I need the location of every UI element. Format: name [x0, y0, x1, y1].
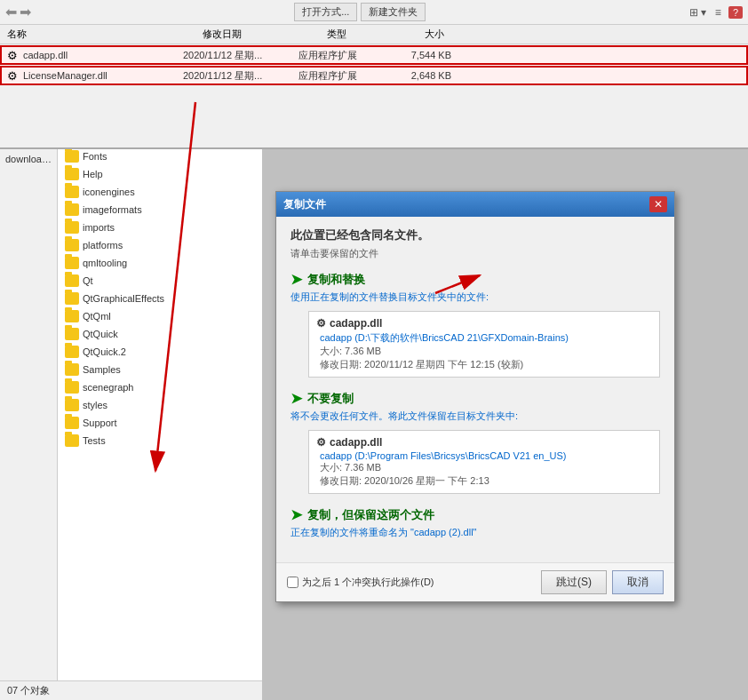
- top-strip: ⬅➡ 打开方式... 新建文件夹 ⊞ ▾ ≡ ? 名称 修改日期 类型 大小 ⚙…: [0, 0, 748, 149]
- folder-icon-qtqml: [65, 310, 79, 322]
- folder-icon-imageformats: [65, 203, 79, 216]
- folder-iconengines[interactable]: iconengines: [58, 183, 262, 201]
- file-type-cadapp: 应用程序扩展: [298, 49, 387, 62]
- folder-icon-platforms: [65, 239, 79, 251]
- section-replace-title: ➤ 复制和替换: [290, 271, 660, 288]
- folder-icon-styles: [65, 399, 79, 411]
- section-keep-both-desc: 正在复制的文件将重命名为 "cadapp (2).dll": [290, 526, 660, 539]
- green-arrow-icon-keep: ➤: [290, 506, 302, 523]
- folder-qtgraphicaleffects[interactable]: QtGraphicalEffects: [58, 290, 262, 307]
- replace-file-detail-1: 大小: 7.36 MB: [316, 345, 652, 358]
- apply-to-all-checkbox[interactable]: [287, 577, 298, 588]
- folder-name-qtqml: QtQml: [83, 311, 111, 322]
- folder-name-support: Support: [83, 418, 117, 428]
- col-type-header: 类型: [323, 28, 421, 41]
- folder-imageformats[interactable]: imageformats: [58, 201, 262, 219]
- dialog-subheading: 请单击要保留的文件: [290, 247, 660, 260]
- toolbar-nav-icons: ⬅➡: [5, 4, 31, 20]
- folder-qtqml[interactable]: QtQml: [58, 307, 262, 325]
- dialog-heading: 此位置已经包含同名文件。: [290, 227, 660, 243]
- dialog-titlebar: 复制文件 ✕: [276, 192, 674, 217]
- bg-file-list: 名称 API bearer Fonts Help iconengines: [58, 94, 262, 698]
- col-date-header: 修改日期: [199, 28, 323, 41]
- skip-file-box: ⚙ cadapp.dll cadapp (D:\Program Files\Br…: [308, 430, 660, 494]
- folder-icon-qmltooling: [65, 257, 79, 269]
- file-name-cadapp: cadapp.dll: [23, 50, 183, 60]
- folder-qtquick2[interactable]: QtQuick.2: [58, 343, 262, 361]
- dll-icon-license: ⚙: [5, 68, 20, 83]
- folder-name-iconengines: iconengines: [83, 187, 135, 197]
- file-type-license: 应用程序扩展: [298, 69, 387, 83]
- folder-name-scenegraph: scenegraph: [83, 382, 134, 393]
- col-size-header: 大小: [421, 28, 492, 41]
- folder-platforms[interactable]: platforms: [58, 236, 262, 254]
- folder-name-platforms: platforms: [83, 240, 123, 251]
- folder-fonts[interactable]: Fonts: [58, 147, 262, 165]
- new-folder-btn-top[interactable]: 新建文件夹: [361, 3, 426, 21]
- folder-imports[interactable]: imports: [58, 219, 262, 236]
- folder-icon-iconengines: [65, 186, 79, 198]
- help-icon[interactable]: ?: [728, 6, 743, 19]
- folder-icon-qtgraphicaleffects: [65, 292, 79, 305]
- details-icon[interactable]: ≡: [715, 6, 721, 19]
- folder-scenegraph[interactable]: scenegraph: [58, 378, 262, 396]
- section-keep-both-title: ➤ 复制，但保留这两个文件: [290, 506, 660, 523]
- section-skip[interactable]: ➤ 不要复制 将不会更改任何文件。将此文件保留在目标文件夹中: ⚙ cadapp…: [290, 390, 660, 494]
- folder-name-qtquick2: QtQuick.2: [83, 346, 126, 357]
- folder-name-styles: styles: [83, 400, 107, 410]
- folder-name-tests: Tests: [83, 435, 106, 446]
- folder-icon-qt: [65, 274, 79, 287]
- folder-icon-help: [65, 168, 79, 180]
- folder-qmltooling[interactable]: qmltooling: [58, 254, 262, 272]
- view-toggle[interactable]: ⊞ ▾: [689, 6, 706, 19]
- section-replace-desc: 使用正在复制的文件替换目标文件夹中的文件:: [290, 290, 660, 304]
- folder-styles[interactable]: styles: [58, 396, 262, 414]
- dialog-close-button[interactable]: ✕: [649, 196, 667, 212]
- cancel-button[interactable]: 取消: [612, 570, 664, 594]
- status-bar: 07 个对象: [0, 680, 262, 700]
- folder-name-imageformats: imageformats: [83, 204, 142, 215]
- folder-icon-imports: [65, 221, 79, 234]
- folder-tests[interactable]: Tests: [58, 432, 262, 449]
- replace-file-box: ⚙ cadapp.dll cadapp (D:\下载的软件\BricsCAD 2…: [308, 311, 660, 378]
- section-replace[interactable]: ➤ 复制和替换 使用正在复制的文件替换目标文件夹中的文件: ⚙ cadapp.d…: [290, 271, 660, 378]
- green-arrow-icon-replace: ➤: [290, 271, 302, 288]
- dialog-footer: 为之后 1 个冲突执行此操作(D) 跳过(S) 取消: [276, 562, 674, 601]
- dialog-title: 复制文件: [283, 197, 326, 212]
- skip-file-detail-1: 大小: 7.36 MB: [316, 461, 652, 474]
- folder-name-qtquick: QtQuick: [83, 329, 118, 339]
- bg-sidebar: 收藏夹 可的位置 Drive downloads: [0, 94, 58, 698]
- footer-buttons: 跳过(S) 取消: [541, 570, 664, 594]
- copy-dialog-overlay: 复制文件 ✕ 此位置已经包含同名文件。 请单击要保留的文件 ➤ 复制和替换 使用…: [275, 191, 675, 602]
- folder-qtquick[interactable]: QtQuick: [58, 325, 262, 343]
- file-date-license: 2020/11/12 星期...: [183, 69, 298, 83]
- folder-icon-support: [65, 417, 79, 429]
- folder-qt[interactable]: Qt: [58, 272, 262, 290]
- dialog-body: 此位置已经包含同名文件。 请单击要保留的文件 ➤ 复制和替换 使用正在复制的文件…: [276, 217, 674, 562]
- col-name-header: 名称: [4, 28, 199, 41]
- section-skip-desc: 将不会更改任何文件。将此文件保留在目标文件夹中:: [290, 410, 660, 423]
- section-skip-title: ➤ 不要复制: [290, 390, 660, 407]
- file-size-cadapp: 7,544 KB: [387, 50, 458, 60]
- section-keep-both[interactable]: ➤ 复制，但保留这两个文件 正在复制的文件将重命名为 "cadapp (2).d…: [290, 506, 660, 539]
- dll-icon-cadapp: ⚙: [5, 48, 20, 62]
- sidebar-item-downloads[interactable]: downloads: [0, 151, 57, 167]
- folder-samples[interactable]: Samples: [58, 361, 262, 378]
- folder-name-qtgraphicaleffects: QtGraphicalEffects: [83, 293, 164, 304]
- folder-name-imports: imports: [83, 222, 115, 233]
- gear-icon-skip: ⚙: [316, 436, 326, 449]
- folder-icon-tests: [65, 434, 79, 447]
- replace-file-detail-2: 修改日期: 2020/11/12 星期四 下午 12:15 (较新): [316, 358, 652, 371]
- open-with-btn[interactable]: 打开方式...: [294, 3, 357, 21]
- file-size-license: 2,648 KB: [387, 70, 458, 81]
- status-text: 07 个对象: [7, 684, 50, 697]
- folder-help[interactable]: Help: [58, 165, 262, 183]
- file-row-cadapp[interactable]: ⚙ cadapp.dll 2020/11/12 星期... 应用程序扩展 7,5…: [0, 45, 748, 65]
- skip-file-name: ⚙ cadapp.dll: [316, 436, 652, 449]
- folder-icon-scenegraph: [65, 381, 79, 394]
- file-row-licensemanager[interactable]: ⚙ LicenseManager.dll 2020/11/12 星期... 应用…: [0, 66, 748, 85]
- folder-support[interactable]: Support: [58, 414, 262, 432]
- skip-button[interactable]: 跳过(S): [541, 570, 607, 594]
- file-name-license: LicenseManager.dll: [23, 70, 183, 81]
- file-rows-container: ⚙ cadapp.dll 2020/11/12 星期... 应用程序扩展 7,5…: [0, 45, 748, 85]
